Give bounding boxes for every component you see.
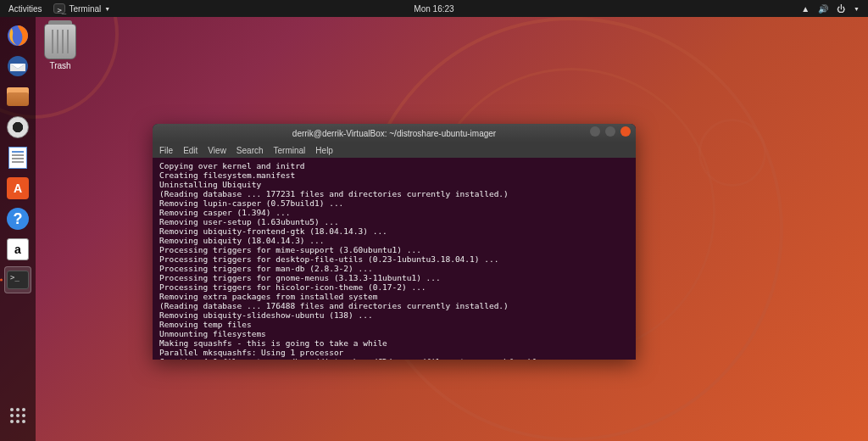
menu-search[interactable]: Search (236, 146, 264, 155)
app-menu-label: Terminal (69, 4, 101, 14)
software-icon (7, 177, 29, 199)
dock: ? a (0, 17, 36, 441)
desktop-trash[interactable]: Trash (44, 24, 76, 70)
system-status-area[interactable]: ▲ 🔊 ⏻ ▼ (801, 4, 860, 14)
menu-view[interactable]: View (208, 146, 226, 155)
rhythmbox-icon (7, 116, 29, 138)
help-icon: ? (7, 208, 29, 230)
dock-firefox[interactable] (4, 22, 31, 49)
chevron-down-icon: ▼ (104, 6, 110, 12)
firefox-icon (7, 25, 29, 47)
menu-help[interactable]: Help (315, 146, 333, 155)
menu-edit[interactable]: Edit (183, 146, 198, 155)
menu-file[interactable]: File (159, 146, 173, 155)
thunderbird-icon (7, 55, 29, 77)
power-icon: ⏻ (837, 4, 845, 14)
dock-libreoffice-writer[interactable] (4, 144, 31, 171)
show-applications-button[interactable] (4, 402, 31, 429)
terminal-titlebar[interactable]: derrik@derrik-VirtualBox: ~/distroshare-… (153, 124, 636, 142)
terminal-icon (7, 271, 29, 289)
dock-amazon[interactable]: a (4, 236, 31, 263)
maximize-button[interactable] (605, 126, 615, 137)
dock-terminal[interactable] (4, 266, 31, 293)
trash-label: Trash (44, 61, 76, 70)
apps-grid-icon (10, 408, 25, 423)
wallpaper-circle-3 (698, 119, 766, 187)
terminal-body[interactable]: Copying over kernel and initrd Creating … (153, 158, 636, 360)
minimize-button[interactable] (590, 126, 600, 137)
writer-icon (8, 147, 27, 169)
network-icon: ▲ (801, 4, 810, 14)
dock-rhythmbox[interactable] (4, 114, 31, 141)
clock[interactable]: Mon 16:23 (414, 4, 453, 14)
close-button[interactable] (620, 126, 631, 137)
amazon-icon: a (7, 238, 29, 260)
top-panel: Activities Terminal ▼ Mon 16:23 ▲ 🔊 ⏻ ▼ (0, 0, 868, 17)
menu-terminal[interactable]: Terminal (274, 146, 306, 155)
chevron-down-icon: ▼ (854, 6, 860, 12)
volume-icon: 🔊 (818, 4, 828, 14)
terminal-output: Copying over kernel and initrd Creating … (159, 161, 629, 360)
terminal-title: derrik@derrik-VirtualBox: ~/distroshare-… (292, 129, 496, 138)
files-icon (7, 87, 29, 106)
app-menu-button[interactable]: Terminal ▼ (53, 3, 110, 14)
dock-files[interactable] (4, 83, 31, 110)
dock-ubuntu-software[interactable] (4, 175, 31, 202)
terminal-icon (53, 3, 65, 14)
terminal-menubar: File Edit View Search Terminal Help (153, 142, 636, 158)
terminal-window: derrik@derrik-VirtualBox: ~/distroshare-… (153, 124, 636, 360)
dock-thunderbird[interactable] (4, 53, 31, 80)
activities-button[interactable]: Activities (8, 4, 42, 14)
trash-icon (44, 24, 76, 59)
dock-help[interactable]: ? (4, 205, 31, 232)
